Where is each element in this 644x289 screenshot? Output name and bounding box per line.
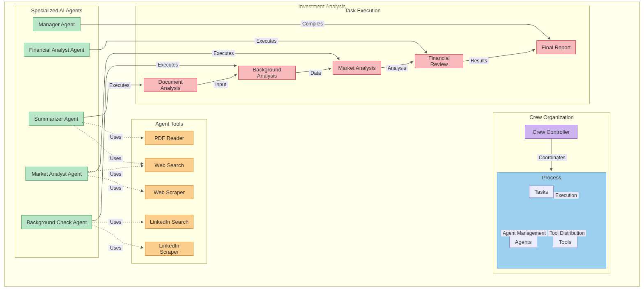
- node-financial-analyst-agent: Financial Analyst Agent: [24, 43, 90, 57]
- node-market-analyst-agent: Market Analyst Agent: [25, 167, 88, 181]
- node-tools-box: Tools: [553, 236, 577, 248]
- node-background-analysis: Background Analysis: [238, 66, 296, 80]
- node-label: Financial Analyst Agent: [29, 47, 84, 53]
- node-label: Crew Controller: [533, 129, 570, 135]
- edge-label-input: Input: [214, 81, 228, 88]
- node-web-scraper: Web Scraper: [145, 185, 193, 199]
- edge-label-uses-2: Uses: [108, 155, 123, 162]
- node-label: Tools: [559, 239, 571, 245]
- node-label: Process: [542, 174, 561, 181]
- node-background-check-agent: Background Check Agent: [21, 215, 92, 229]
- node-market-analysis: Market Analysis: [333, 61, 381, 75]
- edge-label-uses-5: Uses: [108, 219, 123, 225]
- node-label: Final Report: [542, 44, 571, 50]
- node-label: Web Scraper: [154, 189, 185, 195]
- node-document-analysis: Document Analysis: [144, 78, 197, 92]
- node-crew-controller: Crew Controller: [525, 125, 577, 139]
- node-label: LinkedIn Scraper: [150, 243, 189, 255]
- node-financial-review: Financial Review: [415, 54, 463, 68]
- edge-label-compiles: Compiles: [301, 21, 324, 27]
- label-specialized-agents: Specialized AI Agents: [31, 7, 82, 14]
- edge-label-executes-2: Executes: [212, 50, 235, 57]
- node-label: Tasks: [534, 189, 548, 195]
- node-tasks-box: Tasks: [529, 186, 554, 198]
- edge-label-results: Results: [469, 57, 489, 64]
- node-label: Market Analyst Agent: [32, 171, 82, 177]
- node-label: Background Check Agent: [27, 219, 87, 225]
- node-summarizer-agent: Summarizer Agent: [29, 112, 84, 126]
- node-label: PDF Reader: [154, 135, 184, 141]
- edge-label-executes-1: Executes: [255, 38, 278, 44]
- edge-label-coordinates: Coordinates: [537, 154, 567, 161]
- edge-label-uses-6: Uses: [108, 245, 123, 251]
- node-label: Web Search: [154, 162, 184, 168]
- node-label: Financial Review: [419, 55, 459, 67]
- container-task-execution: Task Execution: [136, 6, 590, 104]
- node-label: Market Analysis: [338, 65, 375, 71]
- edge-label-tool-distribution: Tool Distribution: [548, 230, 586, 236]
- edge-label-agent-management: Agent Management: [501, 230, 547, 236]
- edge-label-uses-3: Uses: [108, 171, 123, 177]
- edge-label-executes-3: Executes: [156, 62, 179, 68]
- node-pdf-reader: PDF Reader: [145, 131, 193, 145]
- edge-label-execution: Execution: [554, 192, 579, 199]
- label-agent-tools: Agent Tools: [155, 121, 183, 127]
- node-label: Document Analysis: [148, 79, 193, 91]
- node-label: Agents: [515, 239, 531, 245]
- edge-label-uses-4: Uses: [108, 185, 123, 191]
- node-label: Background Analysis: [243, 67, 291, 79]
- node-agents-box: Agents: [509, 236, 537, 248]
- node-linkedin-search: LinkedIn Search: [145, 215, 193, 229]
- node-manager-agent: Manager Agent: [33, 17, 80, 31]
- label-task-execution: Task Execution: [345, 7, 380, 14]
- edge-label-executes-4: Executes: [108, 82, 131, 89]
- node-linkedin-scraper: LinkedIn Scraper: [145, 242, 193, 256]
- edge-label-uses-1: Uses: [108, 134, 123, 140]
- label-crew-organization: Crew Organization: [529, 114, 574, 120]
- node-web-search: Web Search: [145, 158, 193, 172]
- node-label: LinkedIn Search: [150, 219, 189, 225]
- node-label: Summarizer Agent: [34, 116, 78, 122]
- edge-label-data: Data: [309, 70, 322, 76]
- node-label: Manager Agent: [39, 21, 75, 28]
- edge-label-analysis: Analysis: [386, 65, 408, 71]
- node-final-report: Final Report: [536, 40, 576, 54]
